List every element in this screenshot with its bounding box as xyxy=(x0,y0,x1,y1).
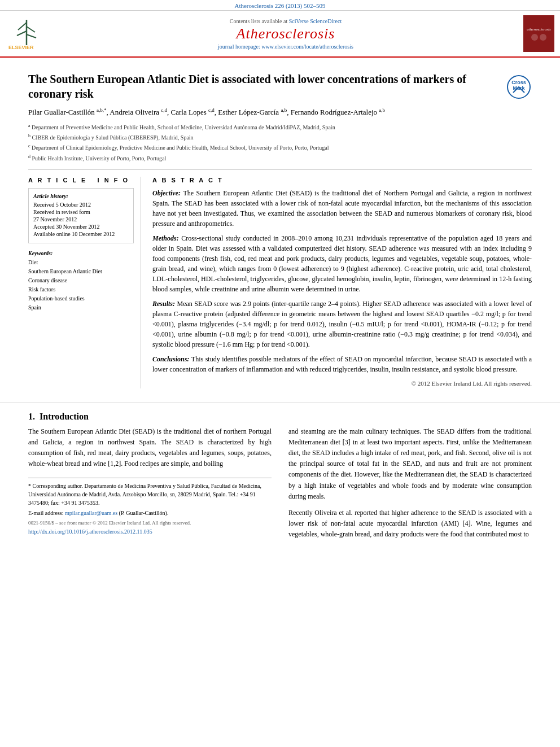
section-title: Introduction xyxy=(40,412,89,421)
history-label: Article history: xyxy=(33,193,129,199)
citation-text: Atherosclerosis 226 (2013) 502–509 xyxy=(234,2,325,9)
journal-thumbnail: atherosclerosis xyxy=(520,15,554,52)
right-column: A B S T R A C T Objective: The Southern … xyxy=(152,177,532,388)
affiliations: a Department of Preventive Medicine and … xyxy=(28,123,532,170)
keyword-2: Southern European Atlantic Diet xyxy=(28,267,134,276)
results-label: Results: xyxy=(152,300,177,308)
main-content: The Southern European Atlantic Diet is a… xyxy=(0,58,560,394)
methods-label: Methods: xyxy=(152,234,181,242)
section-number: 1. Introduction xyxy=(28,412,532,422)
intro-left-col: The Southern European Atlantic Diet (SEA… xyxy=(28,426,272,546)
cover-icons xyxy=(531,34,546,41)
doi-link[interactable]: http://dx.doi.org/10.1016/j.atherosclero… xyxy=(28,527,272,536)
objective-text: The Southern European Atlantic Diet (SEA… xyxy=(152,189,532,228)
conclusions-label: Conclusions: xyxy=(152,355,191,363)
accepted-date: Accepted 30 November 2012 xyxy=(33,224,129,230)
sciverse-line: Contents lists available at SciVerse Sci… xyxy=(51,18,520,24)
keyword-4: Risk factors xyxy=(28,285,134,294)
article-title-area: The Southern European Atlantic Diet is a… xyxy=(28,72,532,101)
sciverse-prefix: Contents lists available at xyxy=(230,18,289,24)
intro-columns: The Southern European Atlantic Diet (SEA… xyxy=(28,426,532,546)
footnote-area: * Corresponding author. Departamento de … xyxy=(28,478,272,536)
keywords-box: Keywords: Diet Southern European Atlanti… xyxy=(28,250,134,312)
section-num: 1. xyxy=(28,412,35,421)
svg-text:Cross: Cross xyxy=(511,80,526,85)
journal-homepage: journal homepage: www.elsevier.com/locat… xyxy=(51,43,520,50)
keywords-label: Keywords: xyxy=(28,250,134,256)
conclusions-text: This study identifies possible mediators… xyxy=(152,355,532,373)
article-info-header: A R T I C L E I N F O xyxy=(28,177,134,184)
revised-label: Received in revised form xyxy=(33,209,129,215)
copyright-text: © 2012 Elsevier Ireland Ltd. All rights … xyxy=(152,379,532,388)
article-body: A R T I C L E I N F O Article history: R… xyxy=(28,177,532,388)
journal-cover: atherosclerosis xyxy=(523,15,554,52)
email-link[interactable]: mpilar.guallar@uam.es xyxy=(65,510,117,516)
email-footnote: E-mail address: mpilar.guallar@uam.es (P… xyxy=(28,509,272,517)
introduction-section: 1. Introduction The Southern European At… xyxy=(0,412,560,546)
cover-title: atherosclerosis xyxy=(527,27,550,32)
citation-bar: Atherosclerosis 226 (2013) 502–509 xyxy=(0,0,560,11)
left-column: A R T I C L E I N F O Article history: R… xyxy=(28,177,141,388)
objective-paragraph: Objective: The Southern European Atlanti… xyxy=(152,188,532,229)
section-divider xyxy=(0,403,560,403)
keyword-3: Coronary disease xyxy=(28,276,134,285)
svg-text:Mark: Mark xyxy=(513,85,525,91)
affiliation-d: d Public Health Institute, University of… xyxy=(28,154,532,163)
journal-header: ELSEVIER Contents lists available at Sci… xyxy=(0,11,560,58)
revised-date: 27 November 2012 xyxy=(33,216,129,222)
journal-center: Contents lists available at SciVerse Sci… xyxy=(51,18,520,50)
abstract-body: Objective: The Southern European Atlanti… xyxy=(152,188,532,388)
elsevier-logo: ELSEVIER xyxy=(6,14,51,53)
affiliation-c: c Department of Clinical Epidemiology, P… xyxy=(28,143,532,152)
corresponding-footnote: * Corresponding author. Departamento de … xyxy=(28,482,272,507)
methods-text: Cross-sectional study conducted in 2008–… xyxy=(152,234,532,293)
article-history-box: Article history: Received 5 October 2012… xyxy=(28,188,134,243)
online-date: Available online 10 December 2012 xyxy=(33,231,129,237)
svg-text:ELSEVIER: ELSEVIER xyxy=(8,45,34,50)
intro-para-2: and steaming are the main culinary techn… xyxy=(288,426,532,502)
authors: Pilar Guallar-Castillón a,b,*, Andreia O… xyxy=(28,107,532,118)
results-text: Mean SEAD score was 2.9 points (inter-qu… xyxy=(152,300,532,348)
objective-label: Objective: xyxy=(152,189,183,197)
received-date: Received 5 October 2012 xyxy=(33,202,129,208)
journal-title: Atherosclerosis xyxy=(51,25,520,42)
affiliation-a: a Department of Preventive Medicine and … xyxy=(28,123,532,132)
intro-para-1: The Southern European Atlantic Diet (SEA… xyxy=(28,426,272,470)
article-title: The Southern European Atlantic Diet is a… xyxy=(28,72,506,101)
intro-para-3: Recently Oliveira et al. reported that h… xyxy=(288,508,532,540)
results-paragraph: Results: Mean SEAD score was 2.9 points … xyxy=(152,299,532,350)
keyword-1: Diet xyxy=(28,258,134,267)
conclusions-paragraph: Conclusions: This study identifies possi… xyxy=(152,354,532,374)
keyword-6: Spain xyxy=(28,303,134,312)
keyword-5: Population-based studies xyxy=(28,294,134,303)
issn-line: 0021-9150/$ – see front matter © 2012 El… xyxy=(28,519,272,527)
sciverse-link[interactable]: SciVerse ScienceDirect xyxy=(289,18,342,24)
affiliation-b: b CIBER de Epidemiología y Salud Pública… xyxy=(28,133,532,142)
crossmark-badge: Cross Mark xyxy=(506,75,532,100)
methods-paragraph: Methods: Cross-sectional study conducted… xyxy=(152,233,532,294)
abstract-header: A B S T R A C T xyxy=(152,177,532,184)
intro-right-col: and steaming are the main culinary techn… xyxy=(288,426,532,546)
